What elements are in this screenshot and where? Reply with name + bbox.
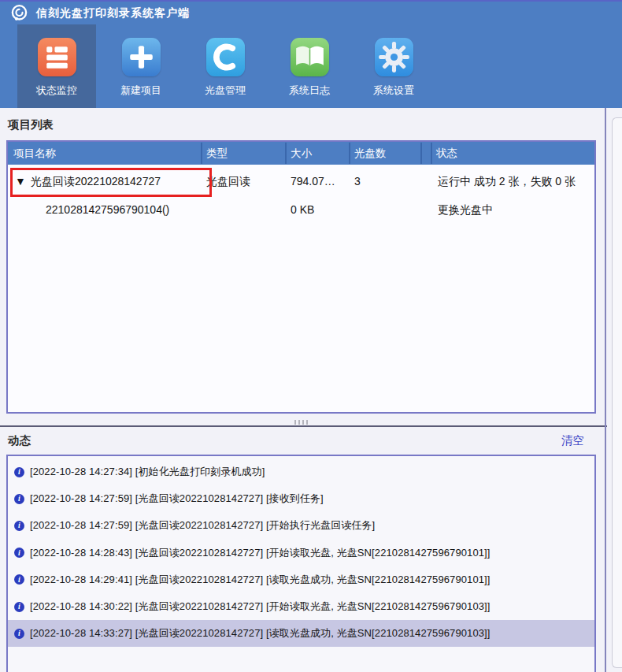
- column-header-name[interactable]: 项目名称: [13, 142, 56, 165]
- right-panel-edge: [612, 117, 622, 668]
- log-list: i [2022-10-28 14:27:34] [初始化光盘打印刻录机成功] i…: [8, 459, 594, 647]
- app-logo-icon: [9, 3, 29, 23]
- log-entry[interactable]: i [2022-10-28 14:27:59] [光盘回读20221028142…: [8, 512, 594, 539]
- log-entry[interactable]: i [2022-10-28 14:27:34] [初始化光盘打印刻录机成功]: [8, 459, 594, 485]
- info-icon: i: [14, 494, 24, 504]
- log-entry[interactable]: i [2022-10-28 14:33:27] [光盘回读20221028142…: [8, 620, 594, 647]
- row-expander-icon[interactable]: ▼: [15, 167, 26, 195]
- log-entry-text: [2022-10-28 14:28:43] [光盘回读2022102814272…: [30, 546, 491, 560]
- project-status-cell: 更换光盘中: [438, 195, 493, 224]
- info-icon: i: [14, 521, 24, 531]
- window-title: 信刻光盘打印刻录系统客户端: [36, 6, 190, 20]
- project-size-cell: 0 KB: [291, 195, 314, 224]
- toolbar-label: 状态监控: [36, 84, 77, 98]
- horizontal-divider: [0, 425, 607, 427]
- splitter-handle[interactable]: [294, 420, 309, 425]
- project-discs-cell: 3: [354, 167, 361, 195]
- log-entry-text: [2022-10-28 14:27:59] [光盘回读2022102814272…: [30, 518, 375, 533]
- toolbar-button-system-settings[interactable]: 系统设置: [354, 24, 433, 108]
- toolbar-label: 系统日志: [289, 84, 330, 98]
- column-separator[interactable]: [201, 143, 202, 164]
- toolbar-button-disc-management[interactable]: 光盘管理: [186, 24, 265, 108]
- log-entry[interactable]: i [2022-10-28 14:30:22] [光盘回读20221028142…: [8, 593, 594, 620]
- project-size-cell: 794.07…: [291, 167, 335, 195]
- table-row[interactable]: 2210281427596790104() 0 KB 更换光盘中: [8, 195, 594, 224]
- project-name-cell: 2210281427596790104(): [46, 195, 169, 224]
- column-separator[interactable]: [431, 143, 432, 164]
- system-log-icon: [291, 38, 329, 76]
- toolbar-button-new-project[interactable]: 新建项目: [102, 24, 180, 108]
- log-entry-text: [2022-10-28 14:33:27] [光盘回读2022102814272…: [30, 626, 491, 640]
- system-settings-icon: [375, 38, 413, 76]
- new-project-icon: [122, 38, 161, 76]
- column-separator[interactable]: [349, 143, 350, 164]
- column-header-status[interactable]: 状态: [436, 142, 457, 165]
- table-row[interactable]: ▼ 光盘回读20221028142727 光盘回读 794.07… 3 运行中 …: [8, 167, 594, 195]
- log-entry-text: [2022-10-28 14:29:41] [光盘回读2022102814272…: [30, 573, 491, 587]
- log-entry-text: [2022-10-28 14:27:59] [光盘回读2022102814272…: [30, 492, 324, 506]
- project-status-cell: 运行中 成功 2 张，失败 0 张: [438, 167, 576, 195]
- activity-log-panel: i [2022-10-28 14:27:34] [初始化光盘打印刻录机成功] i…: [6, 455, 596, 672]
- project-type-cell: 光盘回读: [206, 167, 250, 195]
- log-entry-text: [2022-10-28 14:27:34] [初始化光盘打印刻录机成功]: [30, 465, 265, 479]
- log-entry-text: [2022-10-28 14:30:22] [光盘回读2022102814272…: [30, 600, 491, 614]
- status-monitor-icon: [38, 38, 76, 76]
- log-entry[interactable]: i [2022-10-28 14:29:41] [光盘回读20221028142…: [8, 566, 594, 593]
- log-entry[interactable]: i [2022-10-28 14:27:59] [光盘回读20221028142…: [8, 485, 594, 512]
- toolbar-label: 新建项目: [120, 84, 161, 98]
- project-list-title: 项目列表: [8, 117, 54, 132]
- column-separator[interactable]: [285, 143, 287, 164]
- project-table-header: 项目名称 类型 大小 光盘数 状态: [8, 142, 594, 165]
- column-header-discs[interactable]: 光盘数: [354, 142, 387, 165]
- column-header-size[interactable]: 大小: [291, 142, 312, 165]
- info-icon: i: [14, 548, 24, 558]
- toolbar-button-system-log[interactable]: 系统日志: [270, 24, 349, 108]
- info-icon: i: [14, 574, 24, 585]
- activity-title: 动态: [8, 433, 31, 448]
- info-icon: i: [14, 629, 24, 639]
- toolbar-label: 系统设置: [373, 84, 414, 98]
- toolbar-button-status-monitor[interactable]: 状态监控: [17, 24, 96, 108]
- column-header-type[interactable]: 类型: [206, 142, 228, 165]
- toolbar-label: 光盘管理: [205, 84, 246, 98]
- toolbar: 状态监控 新建项目 光盘管理 系统日志: [0, 24, 622, 108]
- disc-management-icon: [206, 38, 245, 76]
- log-entry[interactable]: i [2022-10-28 14:28:43] [光盘回读20221028142…: [8, 540, 594, 566]
- info-icon: i: [14, 467, 24, 477]
- titlebar: 信刻光盘打印刻录系统客户端: [0, 0, 622, 24]
- vertical-splitter[interactable]: [605, 108, 606, 672]
- project-name-cell: 光盘回读20221028142727: [31, 167, 161, 195]
- column-separator[interactable]: [420, 143, 422, 164]
- info-icon: i: [14, 602, 24, 612]
- clear-log-link[interactable]: 清空: [561, 433, 584, 448]
- project-table-panel: 项目名称 类型 大小 光盘数 状态 ▼ 光盘回读20221028142727 光…: [6, 140, 596, 414]
